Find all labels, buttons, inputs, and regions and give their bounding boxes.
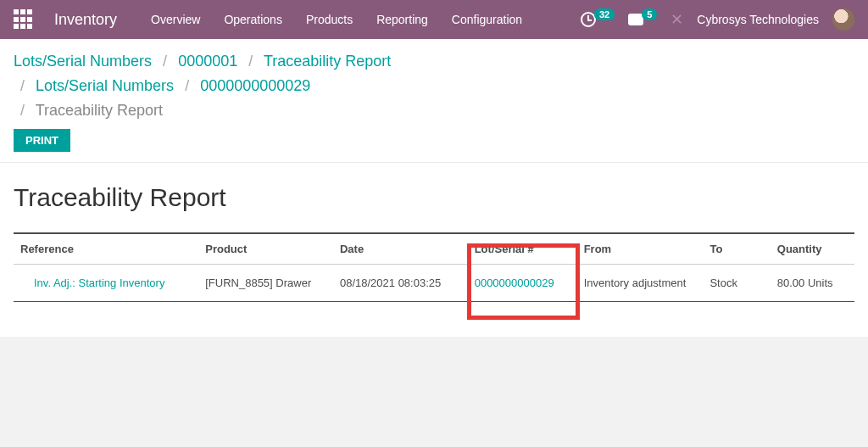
messages-button[interactable]: 5	[628, 14, 657, 25]
nav-overview[interactable]: Overview	[151, 13, 200, 26]
nav-products[interactable]: Products	[306, 13, 353, 26]
nav-menu: Overview Operations Products Reporting C…	[151, 13, 522, 26]
crumb-0000001[interactable]: 0000001	[178, 53, 237, 70]
crumb-lot-number[interactable]: 0000000000029	[200, 77, 310, 94]
apps-icon[interactable]	[14, 9, 34, 30]
th-date: Date	[333, 233, 468, 265]
cell-quantity: 80.00 Units	[771, 265, 854, 302]
table-row: Inv. Adj.: Starting Inventory [FURN_8855…	[14, 265, 854, 302]
top-nav: Inventory Overview Operations Products R…	[0, 0, 868, 39]
page-title: Traceability Report	[14, 183, 854, 212]
crumb-lots-serial[interactable]: Lots/Serial Numbers	[14, 53, 152, 70]
cell-to: Stock	[703, 265, 770, 302]
messages-count: 5	[642, 8, 657, 20]
nav-operations[interactable]: Operations	[224, 13, 281, 26]
crumb-sep: /	[20, 102, 25, 119]
th-lot: Lot/Serial #	[468, 233, 577, 265]
crumb-sep: /	[163, 53, 167, 70]
th-reference: Reference	[14, 233, 198, 265]
th-to: To	[703, 233, 770, 265]
cell-reference[interactable]: Inv. Adj.: Starting Inventory	[20, 277, 164, 289]
th-product: Product	[198, 233, 333, 265]
crumb-lots-serial-2[interactable]: Lots/Serial Numbers	[36, 77, 174, 94]
cell-date: 08/18/2021 08:03:25	[333, 265, 468, 302]
th-quantity: Quantity	[771, 233, 854, 265]
activity-button[interactable]: 32	[581, 12, 615, 27]
crumb-sep: /	[185, 77, 189, 94]
crumb-traceability-1[interactable]: Traceability Report	[264, 53, 391, 70]
breadcrumb-area: Lots/Serial Numbers / 0000001 / Traceabi…	[0, 39, 868, 163]
debug-icon[interactable]: ✕	[670, 10, 683, 29]
breadcrumb: Lots/Serial Numbers / 0000001 / Traceabi…	[14, 49, 854, 122]
nav-configuration[interactable]: Configuration	[452, 13, 522, 26]
crumb-sep: /	[20, 77, 25, 94]
table-header-row: Reference Product Date Lot/Serial # From…	[14, 233, 854, 265]
footer-grey-area	[0, 337, 868, 447]
traceability-table: Reference Product Date Lot/Serial # From…	[14, 232, 854, 302]
cell-from: Inventory adjustment	[577, 265, 704, 302]
app-brand[interactable]: Inventory	[54, 11, 117, 29]
nav-reporting[interactable]: Reporting	[376, 13, 428, 26]
crumb-current: Traceability Report	[36, 102, 163, 119]
th-from: From	[577, 233, 704, 265]
cell-lot[interactable]: 0000000000029	[475, 277, 554, 289]
company-selector[interactable]: Cybrosys Technologies	[697, 13, 819, 26]
activity-count: 32	[594, 8, 615, 20]
cell-product: [FURN_8855] Drawer	[198, 265, 333, 302]
print-button[interactable]: PRINT	[14, 129, 70, 152]
crumb-sep: /	[248, 53, 253, 70]
avatar[interactable]	[832, 8, 854, 31]
nav-right: 32 5 ✕ Cybrosys Technologies	[581, 8, 854, 31]
content: Traceability Report Reference Product Da…	[0, 163, 868, 322]
